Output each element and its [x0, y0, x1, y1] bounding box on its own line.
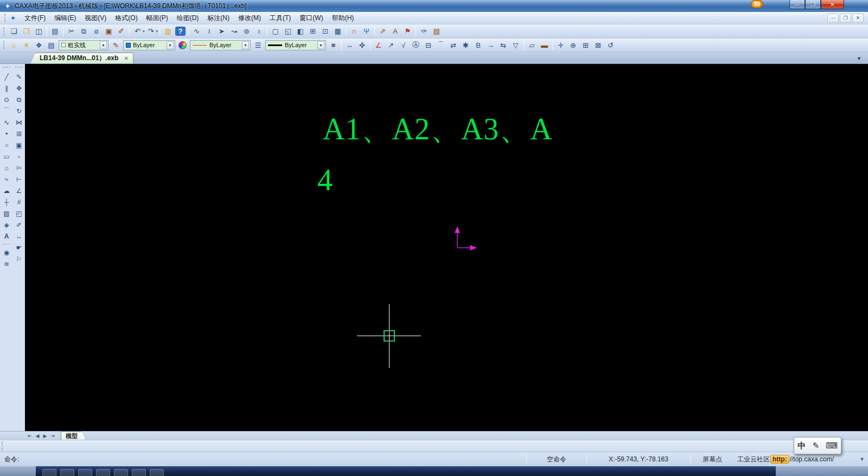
wave-line-tool-icon[interactable]: ≈: [1, 174, 12, 184]
view-rotate-tool-icon[interactable]: ◰: [14, 208, 24, 218]
layer-on-icon[interactable]: ☼: [8, 40, 20, 51]
paste-special-icon[interactable]: ✐: [115, 25, 127, 37]
status-options-dropdown-icon[interactable]: ▼: [856, 456, 868, 462]
polygon-tool-icon[interactable]: ⌂: [1, 163, 12, 173]
frame-settings-icon[interactable]: ◱: [282, 25, 294, 37]
title-block-icon[interactable]: ◧: [294, 25, 307, 37]
undo-icon[interactable]: ↶: [131, 25, 144, 37]
crop-tool-icon[interactable]: #: [14, 197, 24, 207]
windows-taskbar[interactable]: [0, 466, 868, 476]
linetype-manager-icon[interactable]: ☰: [252, 40, 264, 51]
bom-table-icon[interactable]: ▦: [331, 25, 344, 37]
taskbar-icon[interactable]: [96, 469, 110, 476]
sketch-icon[interactable]: ≀: [203, 25, 215, 37]
magnet-icon[interactable]: ∩: [348, 25, 360, 37]
system-tray[interactable]: [776, 466, 868, 476]
toolbar1-grip[interactable]: [3, 27, 5, 36]
ime-keyboard-icon[interactable]: ⌨: [826, 441, 838, 451]
hatch-tool-icon[interactable]: ▨: [1, 208, 12, 218]
new-file-icon[interactable]: ❏: [8, 25, 20, 37]
redo-icon[interactable]: ↷: [145, 25, 157, 37]
paste-icon[interactable]: ▣: [103, 25, 115, 37]
close-button[interactable]: ✕: [821, 0, 844, 9]
status-pick-mode[interactable]: 屏幕点: [691, 455, 734, 464]
array-tool-icon[interactable]: ⊞: [14, 128, 24, 139]
roll-curve-icon[interactable]: ♁: [253, 25, 265, 37]
command-strip-grip[interactable]: [2, 442, 4, 451]
dynamic-pan-icon[interactable]: ✛: [554, 40, 567, 51]
undo-dropdown[interactable]: ▾: [143, 29, 145, 34]
text-tool-icon[interactable]: A: [1, 231, 12, 241]
ime-pen-icon[interactable]: ✎: [812, 441, 819, 451]
copy-icon[interactable]: ⧉: [78, 25, 90, 37]
serial-number-icon[interactable]: ⊡: [319, 25, 331, 37]
circle-tool-icon[interactable]: ⊙: [1, 94, 12, 105]
menu-sheet[interactable]: 幅面(P): [142, 12, 173, 24]
extend-tool-icon[interactable]: ⊢: [14, 174, 24, 184]
part-enlarge-icon[interactable]: ⊚: [240, 25, 253, 37]
first-sheet-icon[interactable]: ⇤: [26, 433, 34, 439]
taskbar-icon[interactable]: [150, 469, 164, 476]
datum-icon[interactable]: √: [397, 40, 410, 51]
document-tab-close-icon[interactable]: ✕: [124, 55, 128, 61]
merge-icon[interactable]: Ψ: [360, 25, 373, 37]
arc-tool-icon[interactable]: ⌒: [1, 106, 12, 116]
zoom-back-icon[interactable]: ↺: [604, 40, 617, 51]
zoom-in-icon[interactable]: ⊕: [567, 40, 579, 51]
pin-icon[interactable]: ✑: [418, 25, 430, 37]
taskbar-icon[interactable]: [78, 469, 92, 476]
linear-dimension-icon[interactable]: ↔: [343, 40, 356, 51]
title-bar[interactable]: ✦ CAXA电子图板2013 - 机械版 - [E:\WORK\LB14-39 …: [0, 0, 868, 12]
curve-dimension-icon[interactable]: ⌒: [435, 40, 447, 51]
local-enlarge-tool-icon[interactable]: ◉: [1, 247, 12, 258]
dimension-edit-icon[interactable]: ✐: [14, 220, 24, 230]
mdi-close-button[interactable]: ✕: [852, 14, 864, 23]
new-view-icon[interactable]: ▱: [526, 40, 538, 51]
mdi-minimize-button[interactable]: —: [827, 14, 839, 23]
layer-combo[interactable]: 粗实线 ▼: [59, 40, 108, 50]
zoom-all-icon[interactable]: ⊠: [592, 40, 604, 51]
help-icon[interactable]: ?: [175, 27, 186, 36]
linetype-combo-dropdown[interactable]: ▼: [242, 41, 249, 49]
align-dimension-icon[interactable]: ⇄: [447, 40, 459, 51]
table-icon[interactable]: ⊞: [307, 25, 319, 37]
click-select-icon[interactable]: ☛: [14, 242, 24, 253]
font-style-icon[interactable]: A: [389, 25, 401, 37]
dimension-spacing-icon[interactable]: ↔: [14, 231, 24, 241]
menu-view[interactable]: 视图(V): [80, 12, 111, 24]
ellipse-tool-icon[interactable]: ○: [1, 140, 12, 150]
tolerance-icon[interactable]: ⊟: [422, 40, 435, 51]
last-sheet-icon[interactable]: ⇥: [49, 433, 56, 439]
zoom-window-icon[interactable]: ⊞: [579, 40, 592, 51]
line-tool-icon[interactable]: ╱: [1, 72, 12, 82]
taskbar-icon[interactable]: [60, 469, 74, 476]
move-text-icon[interactable]: →: [484, 40, 497, 51]
layer-bright-icon[interactable]: ☀: [20, 40, 33, 51]
flag-icon[interactable]: ⚑: [401, 25, 414, 37]
menu-tools[interactable]: 工具(T): [265, 12, 295, 24]
drawing-canvas[interactable]: A1、A2、A3、A 4: [25, 64, 868, 431]
measure-icon[interactable]: ▬: [538, 40, 551, 51]
note-icon[interactable]: ▤: [430, 25, 443, 37]
next-sheet-icon[interactable]: ▶: [41, 433, 49, 439]
menu-modify[interactable]: 修改(M): [234, 12, 265, 24]
cad-text-line1[interactable]: A1、A2、A3、A: [323, 114, 553, 144]
document-tab[interactable]: LB14-39 DMMn...01）.exb ✕: [30, 53, 133, 63]
menu-file[interactable]: 文件(F): [20, 12, 50, 24]
menu-help[interactable]: 帮助(H): [328, 12, 359, 24]
lineweight-combo[interactable]: ByLayer ▼: [265, 40, 326, 50]
spline-icon[interactable]: ∿: [190, 25, 203, 37]
menu-draw[interactable]: 绘图(D): [173, 12, 203, 24]
layer-settings-icon[interactable]: ✎: [110, 40, 122, 51]
frame-icon[interactable]: ▢: [269, 25, 282, 37]
leader-icon[interactable]: ↗: [385, 40, 397, 51]
color-wheel-icon[interactable]: [176, 40, 189, 51]
copy-tool-icon[interactable]: ⧉: [14, 94, 24, 105]
properties-edit-icon[interactable]: ✎: [14, 72, 24, 82]
tag-edit-icon[interactable]: ⚐: [14, 254, 24, 264]
stretch-tool-icon[interactable]: ▫: [14, 151, 24, 162]
point-tool-icon[interactable]: •: [1, 128, 12, 139]
ime-mode-icon[interactable]: 中: [797, 441, 806, 451]
layer-key-icon[interactable]: ❖: [33, 40, 45, 51]
style-gear-icon[interactable]: ✱: [459, 40, 472, 51]
